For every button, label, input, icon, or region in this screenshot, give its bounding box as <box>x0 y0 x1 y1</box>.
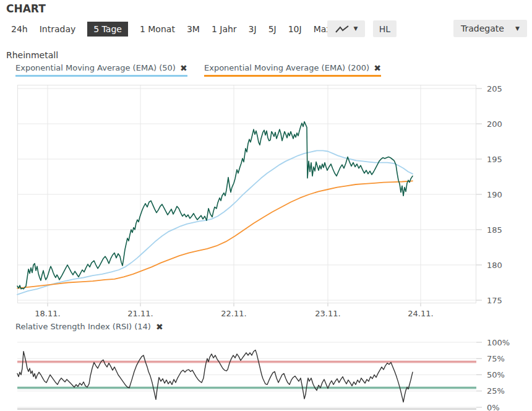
main-y-axis-label: 200 <box>487 119 502 129</box>
chevron-down-icon: ▼ <box>515 26 520 32</box>
range-tab-24h[interactable]: 24h <box>11 24 28 34</box>
indicator-badge-rsi: Relative Strength Index (RSI) (14) ✖ <box>15 322 163 331</box>
series-line-ema-50 <box>17 150 413 295</box>
range-tab-intraday[interactable]: Intraday <box>40 24 76 34</box>
rsi-y-axis-label: 25% <box>487 386 505 396</box>
range-tab-1-jahr[interactable]: 1 Jahr <box>212 24 237 34</box>
line-chart-icon <box>335 24 350 34</box>
range-tab-10j[interactable]: 10J <box>288 24 302 34</box>
range-tab-5-tage[interactable]: 5 Tage <box>87 22 128 37</box>
main-y-axis-label: 185 <box>487 225 502 235</box>
instrument-name: Rheinmetall <box>6 50 58 60</box>
series-line-rheinmetall-kurs <box>17 122 413 289</box>
range-tab-5j[interactable]: 5J <box>268 24 277 34</box>
close-icon[interactable]: ✖ <box>156 322 163 331</box>
hl-button[interactable]: HL <box>373 20 397 37</box>
series-line-ema-200 <box>17 181 413 288</box>
range-tab-3m[interactable]: 3M <box>187 24 200 34</box>
exchange-select-value: Tradegate <box>461 24 504 33</box>
x-axis-label: 22.11. <box>221 309 246 318</box>
rsi-y-axis-label: 0% <box>487 403 500 411</box>
main-y-axis-label: 190 <box>487 190 502 199</box>
close-icon[interactable]: ✖ <box>374 64 381 72</box>
x-axis-label: 18.11. <box>35 309 60 318</box>
series-line-rsi-14 <box>17 350 413 402</box>
x-axis-label: 23.11. <box>315 309 340 318</box>
main-y-axis-label: 205 <box>487 84 502 93</box>
rsi-y-axis-label: 100% <box>487 338 510 347</box>
page-title: CHART <box>6 2 46 15</box>
indicator-badge-ema200: Exponential Moving Average (EMA) (200) ✖ <box>204 63 381 77</box>
range-tabs: 24hIntraday5 Tage1 Monat3M1 Jahr3J5J10JM… <box>11 20 332 37</box>
x-axis-label: 21.11. <box>127 309 153 318</box>
indicator-label: Exponential Moving Average (EMA) (200) <box>204 63 369 72</box>
chart-module: 20520019519018518017518.11.21.11.22.11.2… <box>0 0 532 411</box>
rsi-y-axis-label: 50% <box>487 370 505 379</box>
range-tab-3j[interactable]: 3J <box>249 24 257 34</box>
charts-canvas: 20520019519018518017518.11.21.11.22.11.2… <box>0 0 532 411</box>
chart-type-button[interactable]: ▼ <box>327 20 365 37</box>
x-axis-label: 24.11. <box>408 309 433 318</box>
chevron-down-icon: ▼ <box>354 26 358 32</box>
main-y-axis-label: 180 <box>487 261 502 270</box>
indicator-label: Exponential Moving Average (EMA) (50) <box>15 63 176 72</box>
exchange-select[interactable]: Tradegate ▼ <box>453 20 527 37</box>
range-tab-1-monat[interactable]: 1 Monat <box>140 24 175 34</box>
indicator-badge-ema50: Exponential Moving Average (EMA) (50) ✖ <box>15 63 187 77</box>
main-y-axis-label: 195 <box>487 155 502 164</box>
indicator-label: Relative Strength Index (RSI) (14) <box>15 322 151 331</box>
rsi-y-axis-label: 75% <box>487 354 505 363</box>
close-icon[interactable]: ✖ <box>180 64 187 72</box>
main-y-axis-label: 175 <box>487 296 502 305</box>
